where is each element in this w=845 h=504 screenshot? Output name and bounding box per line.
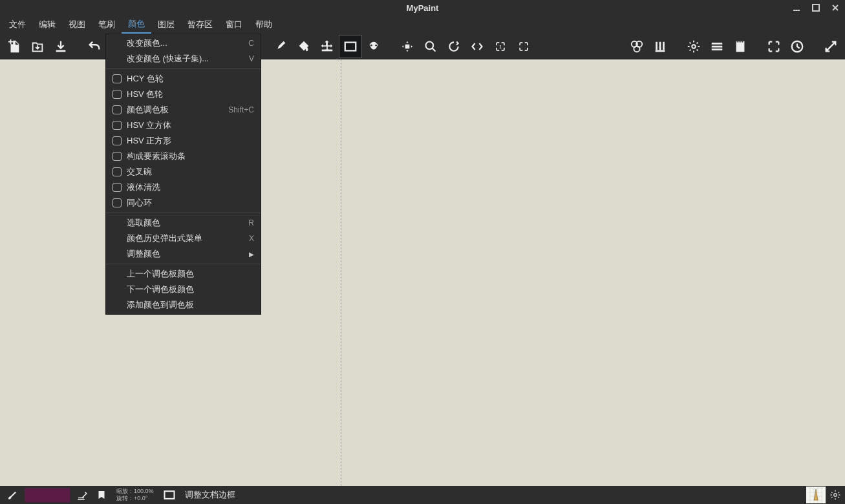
- menu-separator: [106, 68, 261, 69]
- svg-rect-4: [345, 43, 356, 51]
- flood-fill-button[interactable]: [292, 35, 316, 58]
- menu-option-label: HSV 立方体: [127, 120, 254, 131]
- undo-button[interactable]: [83, 35, 106, 58]
- checkbox-icon: [112, 136, 122, 145]
- zoom-view-button[interactable]: [419, 35, 442, 58]
- brush-mode-icon[interactable]: [72, 489, 92, 501]
- menu-option[interactable]: 调整颜色▶: [106, 246, 261, 262]
- fullscreen-button[interactable]: [762, 35, 786, 58]
- fit-view-button[interactable]: [512, 35, 535, 58]
- checkbox-icon: [112, 198, 122, 207]
- menu-separator: [106, 213, 261, 213]
- menu-item[interactable]: 窗口: [219, 16, 249, 33]
- menu-option[interactable]: 添加颜色到调色板: [106, 297, 261, 313]
- menu-option-label: HSV 色轮: [127, 89, 254, 100]
- menu-option-label: 上一个调色板颜色: [127, 268, 254, 280]
- settings-button[interactable]: [682, 35, 705, 58]
- svg-rect-1: [813, 5, 819, 11]
- menu-option-label: 液体清洗: [127, 182, 254, 193]
- menu-item[interactable]: 暂存区: [181, 16, 219, 33]
- menu-separator: [106, 264, 261, 264]
- menu-option[interactable]: HSV 色轮: [106, 87, 261, 102]
- menu-item[interactable]: 帮助: [249, 16, 279, 33]
- svg-point-5: [370, 45, 372, 47]
- menu-option[interactable]: 改变颜色...C: [106, 36, 261, 51]
- canvas-guide-line: [341, 59, 341, 486]
- scratchpad-button[interactable]: [729, 35, 752, 58]
- menu-option-label: 颜色调色板: [127, 104, 228, 116]
- frame-mode-icon: [159, 488, 180, 501]
- menu-item[interactable]: 笔刷: [92, 16, 122, 33]
- menu-shortcut: R: [248, 218, 254, 227]
- menu-item[interactable]: 视图: [62, 16, 92, 33]
- symmetry-button[interactable]: [362, 35, 385, 58]
- lock-alpha-icon[interactable]: [92, 489, 111, 501]
- save-file-button[interactable]: [49, 35, 72, 58]
- frame-edit-button[interactable]: [339, 35, 362, 58]
- menubar: 文件编辑视图笔刷颜色图层暂存区窗口帮助: [0, 16, 845, 34]
- menu-option[interactable]: HSV 立方体: [106, 118, 261, 133]
- new-file-button[interactable]: [3, 35, 26, 58]
- menu-option[interactable]: 选取颜色R: [106, 215, 261, 231]
- checkbox-icon: [112, 152, 122, 161]
- window-controls: [787, 0, 845, 16]
- menu-option[interactable]: 液体清洗: [106, 180, 261, 195]
- status-mode-text: 调整文档边框: [180, 489, 235, 501]
- svg-point-12: [692, 45, 696, 48]
- menu-option-label: 调整颜色: [127, 248, 249, 260]
- menu-option[interactable]: 同心环: [106, 195, 261, 211]
- reset-zoom-button[interactable]: 1: [489, 35, 512, 58]
- menu-option-label: 选取颜色: [127, 217, 248, 229]
- brush-selector-button[interactable]: [648, 35, 672, 58]
- current-color-swatch[interactable]: [25, 488, 70, 502]
- menu-item[interactable]: 文件: [3, 16, 32, 33]
- eyedropper-button[interactable]: [269, 35, 292, 58]
- menu-shortcut: Shift+C: [228, 105, 254, 114]
- menu-option[interactable]: 颜色调色板Shift+C: [106, 102, 261, 118]
- svg-rect-13: [736, 41, 745, 52]
- checkbox-icon: [112, 105, 122, 114]
- menu-option-label: HSV 正方形: [127, 135, 254, 147]
- layers-panel-button[interactable]: [705, 35, 729, 58]
- brush-preview[interactable]: [806, 487, 826, 503]
- svg-point-7: [426, 42, 434, 50]
- menu-option[interactable]: 交叉碗: [106, 164, 261, 180]
- menu-option-label: 改变颜色 (快速子集)...: [127, 53, 249, 65]
- menu-option-label: 同心环: [127, 197, 254, 209]
- submenu-arrow-icon: ▶: [249, 251, 254, 258]
- brush-indicator-icon[interactable]: [3, 489, 22, 501]
- menu-option[interactable]: 下一个调色板颜色: [106, 282, 261, 297]
- minimize-button[interactable]: [787, 0, 806, 16]
- menu-option[interactable]: 上一个调色板颜色: [106, 266, 261, 282]
- menu-option[interactable]: HCY 色轮: [106, 71, 261, 87]
- menu-option[interactable]: 颜色历史弹出式菜单X: [106, 231, 261, 246]
- svg-rect-15: [78, 499, 85, 500]
- rotate-view-button[interactable]: [442, 35, 465, 58]
- menu-option[interactable]: HSV 正方形: [106, 133, 261, 149]
- titlebar: MyPaint: [0, 0, 845, 16]
- expand-button[interactable]: [819, 35, 842, 58]
- options-icon[interactable]: [826, 489, 845, 501]
- menu-option-label: 下一个调色板颜色: [127, 284, 254, 295]
- history-button[interactable]: [786, 35, 809, 58]
- color-selector-button[interactable]: [625, 35, 648, 58]
- menu-item[interactable]: 颜色: [122, 16, 151, 34]
- layer-move-button[interactable]: [316, 35, 339, 58]
- svg-point-17: [834, 494, 837, 497]
- checkbox-icon: [112, 74, 122, 83]
- mirror-horizontal-button[interactable]: [465, 35, 489, 58]
- menu-item[interactable]: 图层: [151, 16, 181, 33]
- checkbox-icon: [112, 183, 122, 192]
- svg-rect-3: [322, 50, 333, 52]
- open-file-button[interactable]: [26, 35, 49, 58]
- menu-item[interactable]: 编辑: [32, 16, 62, 33]
- menu-option[interactable]: 改变颜色 (快速子集)...V: [106, 51, 261, 67]
- close-button[interactable]: [826, 0, 845, 16]
- color-menu-dropdown: 改变颜色...C改变颜色 (快速子集)...VHCY 色轮HSV 色轮颜色调色板…: [105, 34, 261, 315]
- menu-option-label: 改变颜色...: [127, 37, 248, 49]
- pan-view-button[interactable]: [396, 35, 419, 58]
- maximize-button[interactable]: [806, 0, 826, 16]
- svg-text:1: 1: [499, 44, 502, 50]
- view-info: 缩放：100.0% 旋转：+0.0°: [111, 488, 159, 502]
- menu-option[interactable]: 构成要素滚动条: [106, 149, 261, 164]
